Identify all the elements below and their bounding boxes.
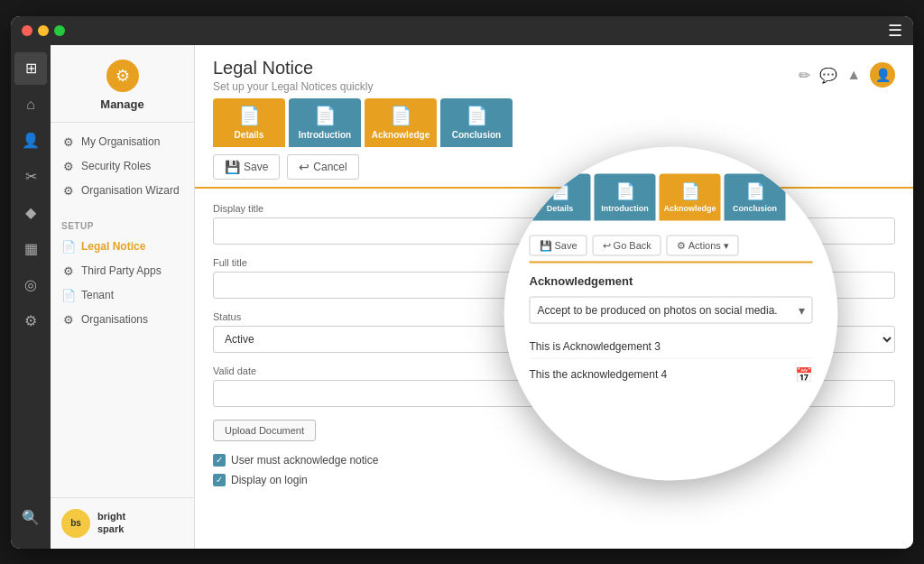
mag-go-back-button[interactable]: ↩ Go Back: [593, 235, 661, 255]
mag-calendar-icon[interactable]: 📅: [795, 365, 813, 383]
nav-item-label: Legal Notice: [81, 240, 145, 253]
mag-dropdown[interactable]: Accept to be produced on photos on socia…: [530, 296, 813, 323]
app-window: ☰ ⊞ ⌂ 👤 ✂ ◆ ▦ ◎ ⚙ 🔍 ⚙ Manage ⚙: [11, 16, 913, 549]
main-header: Legal Notice Set up your Legal Notices q…: [195, 45, 913, 98]
maximize-dot[interactable]: [54, 25, 65, 36]
checkbox-acknowledge[interactable]: ✓: [213, 454, 226, 467]
nav-sidebar: ⚙ Manage ⚙ My Organisation ⚙ Security Ro…: [51, 45, 195, 549]
main-header-left: Legal Notice Set up your Legal Notices q…: [213, 58, 373, 93]
tab-ack-icon: 📄: [390, 105, 412, 126]
share-icon[interactable]: ▲: [846, 67, 861, 83]
app-body: ⊞ ⌂ 👤 ✂ ◆ ▦ ◎ ⚙ 🔍 ⚙ Manage ⚙ My Organisa…: [11, 45, 913, 549]
mag-save-button[interactable]: 💾 Save: [530, 235, 587, 255]
nav-item-label: Security Roles: [81, 160, 151, 172]
security-icon: ⚙: [61, 160, 76, 173]
nav-item-label: Third Party Apps: [81, 264, 162, 277]
header-icons: ✏ 💬 ▲ 👤: [799, 62, 895, 88]
sidebar-icon-diamond[interactable]: ◆: [14, 197, 47, 229]
tabs-row: 📄 Details 📄 Introduction 📄 Acknowledge 📄…: [195, 98, 913, 147]
checkbox-row-display: ✓ Display on login: [213, 474, 895, 486]
nav-manage: ⚙ Manage: [51, 45, 194, 123]
nav-item-security-roles[interactable]: ⚙ Security Roles: [51, 154, 194, 179]
save-button[interactable]: 💾 Save: [213, 154, 280, 180]
nav-bottom: bs bright spark: [51, 497, 194, 549]
sidebar-icon-user[interactable]: 👤: [14, 125, 47, 157]
tab-conclusion[interactable]: 📄 Conclusion: [440, 98, 513, 147]
mag-section-title: Acknowledgement: [530, 273, 813, 287]
minimize-dot[interactable]: [38, 25, 49, 36]
sidebar-icon-calendar[interactable]: ▦: [14, 233, 47, 265]
checkbox-display[interactable]: ✓: [213, 474, 226, 486]
nav-item-third-party[interactable]: ⚙ Third Party Apps: [51, 259, 194, 283]
org-icon: ⚙: [61, 135, 76, 149]
nav-item-my-org[interactable]: ⚙ My Organisation: [51, 130, 194, 154]
nav-item-label: Tenant: [81, 289, 114, 301]
wizard-icon: ⚙: [61, 184, 76, 198]
nav-section-org: ⚙ My Organisation ⚙ Security Roles ⚙ Org…: [51, 123, 194, 210]
save-icon: 💾: [225, 160, 240, 174]
mag-toolbar: 💾 Save ↩ Go Back ⚙ Actions ▾: [530, 229, 813, 263]
nav-section-setup: SETUP 📄 Legal Notice ⚙ Third Party Apps …: [51, 210, 194, 339]
checkbox-row-acknowledge: ✓ User must acknowledge notice: [213, 454, 895, 467]
sidebar-bottom: 🔍: [14, 502, 47, 549]
mag-list-item-1: This the acknowledgement 4: [530, 368, 795, 381]
tab-details-icon: 📄: [238, 105, 261, 126]
sidebar-icon-target[interactable]: ◎: [14, 269, 47, 301]
mag-tab-intro[interactable]: 📄 Introduction: [595, 173, 656, 220]
mag-tabs: 📄 Details 📄 Introduction 📄 Acknowledge: [530, 173, 813, 220]
mag-date-row: This the acknowledgement 4 📅: [530, 358, 813, 390]
mag-tab-ack[interactable]: 📄 Acknowledge: [660, 173, 721, 220]
mag-actions-button[interactable]: ⚙ Actions ▾: [667, 235, 739, 255]
nav-item-org-wizard[interactable]: ⚙ Organisation Wizard: [51, 179, 194, 203]
mag-list-item-0[interactable]: This is Acknowledgement 3: [530, 334, 813, 358]
checkbox-acknowledge-label: User must acknowledge notice: [231, 454, 378, 467]
logo-text: bright spark: [97, 511, 125, 534]
edit-icon[interactable]: ✏: [799, 67, 810, 84]
setup-label: SETUP: [51, 217, 194, 235]
menu-icon[interactable]: ☰: [888, 21, 902, 41]
manage-label: Manage: [100, 97, 143, 111]
nav-item-label: My Organisation: [81, 135, 160, 148]
checkbox-display-label: Display on login: [231, 474, 308, 486]
page-subtitle: Set up your Legal Notices quickly: [213, 80, 373, 93]
organisations-icon: ⚙: [61, 313, 76, 327]
mag-back-icon: ↩: [603, 239, 611, 251]
mag-gear-icon: ⚙: [677, 239, 686, 251]
mag-save-icon: 💾: [540, 239, 552, 251]
avatar[interactable]: 👤: [870, 62, 895, 88]
manage-icon: ⚙: [106, 60, 139, 92]
mag-tab-ack-icon: 📄: [680, 181, 700, 201]
close-dot[interactable]: [22, 25, 32, 36]
comment-icon[interactable]: 💬: [819, 67, 837, 84]
sidebar-icon-search[interactable]: 🔍: [14, 502, 47, 534]
nav-item-tenant[interactable]: 📄 Tenant: [51, 283, 194, 308]
icon-sidebar: ⊞ ⌂ 👤 ✂ ◆ ▦ ◎ ⚙ 🔍: [11, 45, 51, 549]
tab-intro-icon: 📄: [314, 105, 337, 126]
magnify-overlay: « exigy 📄 Details 📄 Introduction: [504, 146, 838, 480]
titlebar: ☰: [11, 16, 913, 45]
sidebar-icon-home[interactable]: ⌂: [14, 88, 47, 121]
nav-item-label: Organisation Wizard: [81, 184, 180, 197]
legal-icon: 📄: [61, 240, 76, 254]
nav-item-legal-notice[interactable]: 📄 Legal Notice: [51, 235, 194, 259]
mag-chevron-icon: ▾: [724, 239, 729, 251]
magnify-inner: « exigy 📄 Details 📄 Introduction: [504, 146, 838, 480]
mag-tab-concl-icon: 📄: [745, 181, 765, 201]
logo-circle: bs: [61, 509, 90, 538]
nav-item-label: Organisations: [81, 313, 148, 326]
tab-details[interactable]: 📄 Details: [213, 98, 285, 147]
mag-dropdown-text: Accept to be produced on photos on socia…: [538, 303, 799, 316]
tenant-icon: 📄: [61, 289, 76, 302]
page-title: Legal Notice: [213, 58, 373, 79]
tab-introduction[interactable]: 📄 Introduction: [289, 98, 361, 147]
cancel-icon: ↩: [299, 160, 310, 174]
tab-acknowledge[interactable]: 📄 Acknowledge: [365, 98, 437, 147]
upload-button[interactable]: Upload Document: [213, 420, 316, 441]
mag-tab-intro-icon: 📄: [615, 181, 635, 201]
main-content: Legal Notice Set up your Legal Notices q…: [195, 45, 913, 549]
sidebar-icon-grid[interactable]: ⊞: [14, 52, 47, 85]
nav-item-organisations[interactable]: ⚙ Organisations: [51, 308, 194, 332]
sidebar-icon-scissors[interactable]: ✂: [14, 161, 47, 193]
cancel-button[interactable]: ↩ Cancel: [287, 154, 358, 180]
sidebar-icon-settings[interactable]: ⚙: [14, 305, 47, 337]
